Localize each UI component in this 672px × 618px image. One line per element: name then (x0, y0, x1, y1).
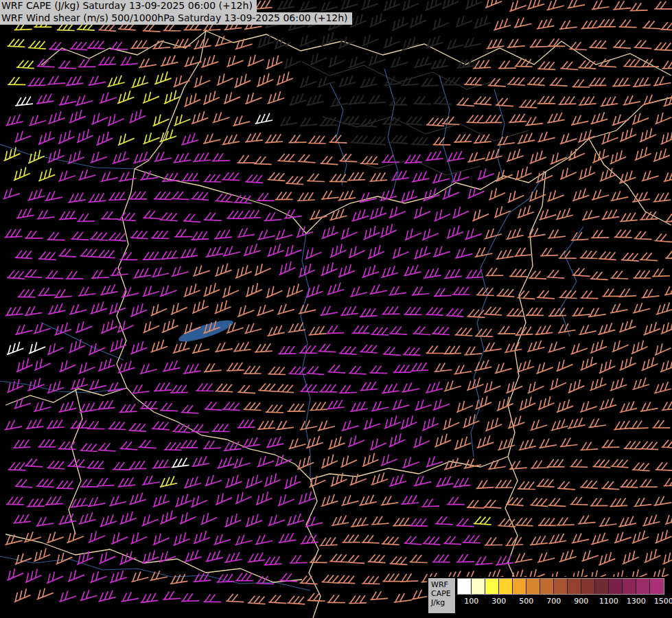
legend-swatch (623, 579, 636, 594)
legend-color-scale (457, 578, 664, 595)
legend-tick: 1300 (627, 597, 646, 606)
legend-swatch (595, 579, 609, 594)
legend-swatch (636, 579, 650, 594)
legend-label-line2: CAPE (431, 589, 451, 598)
legend-swatch (485, 579, 499, 594)
legend-swatch (581, 579, 595, 594)
cape-legend: WRF CAPE J/kg 10030050070090011001300150… (427, 577, 672, 618)
legend-swatch (554, 579, 568, 594)
weather-map-screen: WRF CAPE (J/kg) Saturday 13-09-2025 06:0… (0, 0, 672, 618)
legend-tick-labels: 100300500700900110013001500 (457, 597, 663, 609)
legend-tick: 1100 (599, 597, 618, 606)
legend-tick: 300 (491, 597, 506, 606)
title-cape: WRF CAPE (J/kg) Saturday 13-09-2025 06:0… (0, 0, 257, 12)
legend-swatch (499, 579, 513, 594)
legend-bar: 100300500700900110013001500 (457, 578, 664, 618)
legend-tick: 500 (519, 597, 533, 606)
legend-swatch (650, 579, 664, 594)
legend-swatch (513, 579, 526, 594)
legend-tick: 100 (464, 597, 478, 606)
legend-tick: 900 (574, 597, 588, 606)
legend-swatch (458, 579, 472, 594)
legend-label-line1: WRF (431, 580, 451, 589)
map-canvas (0, 0, 672, 618)
legend-tick: 1500 (654, 597, 672, 606)
legend-swatch (540, 579, 554, 594)
title-wind-shear: WRF Wind shear (m/s) 500/1000hPa Saturda… (0, 12, 352, 25)
legend-label-line3: J/kg (431, 598, 451, 607)
title-block: WRF CAPE (J/kg) Saturday 13-09-2025 06:0… (0, 0, 352, 25)
legend-swatch (526, 579, 540, 594)
legend-swatch (609, 579, 623, 594)
legend-tick: 700 (546, 597, 561, 606)
legend-swatch (568, 579, 581, 594)
legend-label-box: WRF CAPE J/kg (428, 578, 455, 613)
legend-swatch (472, 579, 485, 594)
